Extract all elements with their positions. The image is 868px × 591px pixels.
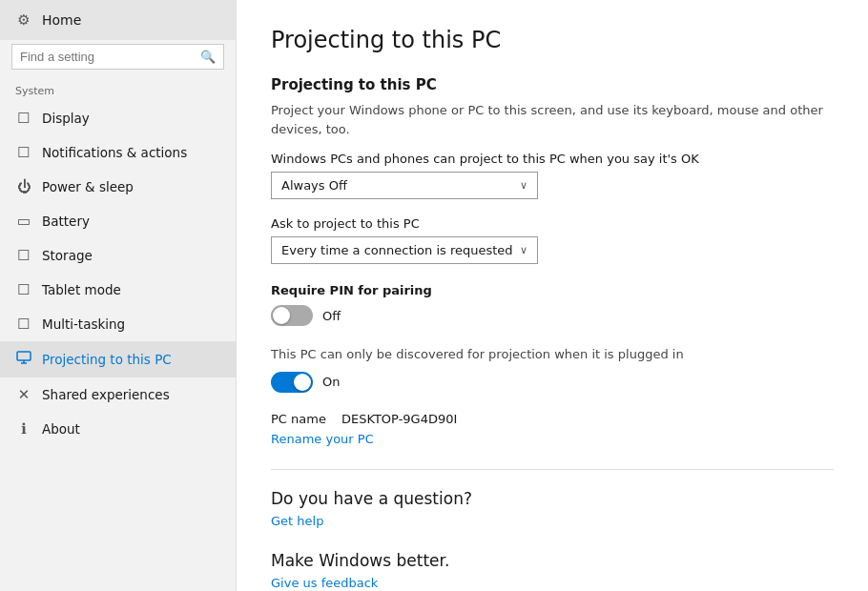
sidebar-item-multitasking[interactable]: ☐ Multi-tasking (0, 307, 236, 341)
sidebar-item-label: Notifications & actions (42, 145, 187, 160)
sidebar-item-about[interactable]: ℹ About (0, 412, 236, 446)
sidebar-item-label: Tablet mode (42, 282, 121, 297)
svg-rect-0 (17, 352, 31, 360)
search-input[interactable] (20, 50, 195, 64)
page-title: Projecting to this PC (271, 27, 834, 53)
projecting-section: Projecting to this PC Project your Windo… (271, 76, 834, 264)
section-title: Projecting to this PC (271, 76, 834, 93)
divider1 (271, 469, 834, 470)
main-content: Projecting to this PC Projecting to this… (237, 0, 868, 591)
sidebar-item-storage[interactable]: ☐ Storage (0, 238, 236, 273)
multitasking-icon: ☐ (15, 316, 32, 333)
shared-icon: ✕ (15, 386, 32, 403)
plug-description: This PC can only be discovered for proje… (271, 345, 834, 364)
sidebar-item-power[interactable]: ⏻ Power & sleep (0, 170, 236, 204)
toggle-thumb (273, 307, 290, 324)
make-windows-title: Make Windows better. (271, 551, 834, 570)
about-icon: ℹ (15, 420, 32, 438)
search-icon: 🔍 (200, 50, 216, 64)
dropdown2-value: Every time a connection is requested (281, 243, 513, 257)
sidebar-item-label: Display (42, 111, 90, 126)
sidebar-item-label: About (42, 421, 80, 437)
chevron-down-icon2: ∨ (520, 244, 527, 256)
pin-section: Require PIN for pairing Off (271, 283, 834, 326)
tablet-icon: ☐ (15, 281, 32, 298)
sidebar: ⚙ Home 🔍 System ☐ Display ☐ Notification… (0, 0, 237, 591)
question-title: Do you have a question? (271, 489, 834, 508)
display-icon: ☐ (15, 110, 32, 127)
pin-toggle-status: Off (322, 309, 341, 323)
sidebar-item-notifications[interactable]: ☐ Notifications & actions (0, 135, 236, 170)
get-help-link[interactable]: Get help (271, 514, 834, 528)
sidebar-item-label: Shared experiences (42, 387, 170, 402)
description-text: Project your Windows phone or PC to this… (271, 101, 834, 138)
rename-pc-link[interactable]: Rename your PC (271, 432, 834, 446)
dropdown1-value: Always Off (281, 178, 347, 193)
notifications-icon: ☐ (15, 144, 32, 161)
pin-label: Require PIN for pairing (271, 283, 834, 297)
plug-toggle-row: On (271, 372, 834, 393)
sidebar-item-label: Multi-tasking (42, 316, 125, 332)
plug-toggle[interactable] (271, 372, 313, 393)
search-box[interactable]: 🔍 (11, 44, 224, 70)
pc-name-value: DESKTOP-9G4D90I (341, 412, 457, 426)
toggle-thumb2 (294, 374, 311, 391)
sidebar-item-display[interactable]: ☐ Display (0, 101, 236, 135)
sidebar-home[interactable]: ⚙ Home (0, 0, 236, 40)
pin-toggle[interactable] (271, 305, 313, 326)
battery-icon: ▭ (15, 213, 32, 230)
plug-toggle-status: On (322, 375, 340, 389)
sidebar-item-label: Storage (42, 248, 93, 263)
sidebar-item-label: Projecting to this PC (42, 352, 172, 367)
dropdown2[interactable]: Every time a connection is requested ∨ (271, 236, 538, 264)
sidebar-item-projecting[interactable]: Projecting to this PC (0, 341, 236, 377)
dropdown1[interactable]: Always Off ∨ (271, 172, 538, 199)
pc-name-label: PC name (271, 412, 326, 426)
dropdown1-label: Windows PCs and phones can project to th… (271, 152, 834, 166)
sidebar-item-tablet[interactable]: ☐ Tablet mode (0, 273, 236, 307)
sidebar-item-label: Power & sleep (42, 179, 134, 194)
chevron-down-icon: ∨ (520, 179, 527, 192)
sidebar-item-battery[interactable]: ▭ Battery (0, 204, 236, 238)
home-icon: ⚙ (15, 11, 32, 29)
pc-name-row: PC name DESKTOP-9G4D90I (271, 412, 834, 426)
pin-toggle-row: Off (271, 305, 834, 326)
home-label: Home (42, 12, 81, 28)
projecting-icon (15, 350, 32, 369)
sidebar-item-shared[interactable]: ✕ Shared experiences (0, 377, 236, 412)
plug-section: This PC can only be discovered for proje… (271, 345, 834, 393)
sidebar-item-label: Battery (42, 214, 90, 229)
power-icon: ⏻ (15, 178, 32, 195)
dropdown2-label: Ask to project to this PC (271, 216, 834, 231)
storage-icon: ☐ (15, 247, 32, 264)
feedback-link[interactable]: Give us feedback (271, 576, 834, 590)
system-section-label: System (0, 79, 236, 101)
